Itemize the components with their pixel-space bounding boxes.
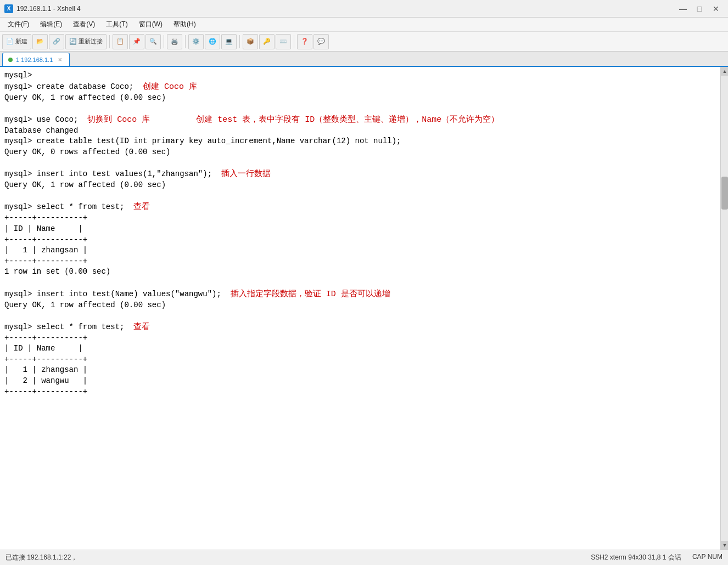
find-icon: 🔍: [149, 38, 157, 45]
terminal-rowcount: 1 row in set (0.00 sec): [4, 267, 716, 278]
key-button[interactable]: 🔑: [259, 34, 275, 49]
terminal-table-row: | 2 | wangwu |: [4, 376, 716, 387]
toolbar-separator-4: [239, 35, 240, 48]
terminal-table-row: | 1 | zhangsan |: [4, 245, 716, 256]
connect-button[interactable]: 🔗: [49, 34, 64, 49]
terminal-table-border: +-----+----------+: [4, 333, 716, 344]
toolbar-separator-1: [109, 35, 110, 48]
terminal-table-header: | ID | Name |: [4, 224, 716, 235]
terminal-table-border: +-----+----------+: [4, 387, 716, 398]
open-button[interactable]: 📂: [32, 34, 48, 49]
terminal-table-border: +-----+----------+: [4, 235, 716, 246]
paste-icon: 📌: [133, 38, 141, 45]
close-button[interactable]: ✕: [708, 3, 724, 15]
print-icon: 🖨️: [171, 38, 178, 45]
session-info: SSH2 xterm 94x30 31,8 1 会话: [591, 553, 681, 562]
scroll-down-button[interactable]: ▼: [721, 541, 728, 550]
terminal-table-border: +-----+----------+: [4, 213, 716, 224]
toolbar-separator-5: [294, 35, 294, 48]
title-bar: X 192.168.1.1 - Xshell 4 — □ ✕: [0, 0, 728, 18]
terminal-line: mysql> create table test(ID int primary …: [4, 136, 716, 147]
terminal-empty-line: [4, 310, 716, 321]
reconnect-button[interactable]: 🔄 重新连接: [65, 34, 107, 49]
find-button[interactable]: 🔍: [145, 34, 161, 49]
terminal-line: mysql> insert into test values(1,"zhangs…: [4, 168, 716, 180]
terminal-line: Database changed: [4, 126, 716, 137]
window-controls: — □ ✕: [675, 3, 724, 15]
status-bar: 已连接 192.168.1.1:22， SSH2 xterm 94x30 31,…: [0, 550, 728, 565]
connect-icon: 🔗: [53, 38, 60, 45]
scroll-up-button[interactable]: ▲: [721, 67, 728, 76]
window-title: 192.168.1.1 - Xshell 4: [16, 5, 81, 13]
menu-edit[interactable]: 编辑(E): [35, 19, 68, 30]
connection-status-dot: [8, 58, 13, 62]
chat-button[interactable]: 💬: [313, 34, 329, 49]
menu-view[interactable]: 查看(V): [68, 19, 100, 30]
terminal-line: mysql> insert into test(Name) values("wa…: [4, 289, 716, 300]
terminal-table-row: | 1 | zhangsan |: [4, 365, 716, 376]
reconnect-icon: 🔄: [69, 38, 77, 45]
terminal-button[interactable]: 💻: [221, 34, 237, 49]
copy-button[interactable]: 📋: [113, 34, 128, 49]
chat-icon: 💬: [317, 38, 325, 45]
status-right: SSH2 xterm 94x30 31,8 1 会话 CAP NUM: [591, 553, 723, 562]
maximize-button[interactable]: □: [692, 3, 707, 15]
tab-close-button[interactable]: ×: [56, 56, 64, 64]
vertical-scrollbar[interactable]: ▲ ▼: [720, 67, 728, 550]
terminal-line: Query OK, 1 row affected (0.00 sec): [4, 93, 716, 104]
terminal-line: mysql> select * from test; 查看: [4, 321, 716, 333]
transfer-button[interactable]: 📦: [243, 34, 258, 49]
terminal-table-header: | ID | Name |: [4, 343, 716, 354]
menu-help[interactable]: 帮助(H): [168, 19, 201, 30]
terminal-line: Query OK, 0 rows affected (0.00 sec): [4, 147, 716, 158]
terminal-line: Query OK, 1 row affected (0.00 sec): [4, 180, 716, 191]
terminal-empty-line: [4, 191, 716, 202]
copy-icon: 📋: [116, 38, 124, 45]
settings-icon: ⚙️: [192, 38, 200, 45]
scroll-thumb[interactable]: [721, 177, 728, 210]
print-button[interactable]: 🖨️: [167, 34, 182, 49]
connection-status: 已连接 192.168.1.1:22，: [5, 553, 77, 562]
globe-button[interactable]: 🌐: [205, 34, 220, 49]
transfer-icon: 📦: [247, 38, 254, 45]
paste-button[interactable]: 📌: [129, 34, 144, 49]
app-icon: X: [4, 4, 13, 13]
terminal-line: mysql>: [4, 70, 716, 81]
toolbar: 📄 新建 📂 🔗 🔄 重新连接 📋 📌 🔍 🖨️ ⚙️ 🌐 💻 📦 🔑 ⌨️: [0, 32, 728, 52]
folder-icon: 📂: [36, 38, 44, 45]
toolbar-separator-2: [164, 35, 164, 48]
menu-file[interactable]: 文件(F): [2, 19, 35, 30]
keyboard-icon: ⌨️: [279, 38, 287, 45]
terminal-wrapper: mysql> mysql> create database Coco; 创建 C…: [0, 67, 728, 550]
terminal-line: Query OK, 1 row affected (0.00 sec): [4, 300, 716, 311]
tab-bar: 1 192.168.1.1 ×: [0, 52, 728, 67]
terminal-table-border: +-----+----------+: [4, 256, 716, 267]
keyboard-status: CAP NUM: [692, 553, 723, 562]
globe-icon: 🌐: [209, 38, 216, 45]
keyboard-button[interactable]: ⌨️: [276, 34, 291, 49]
menu-bar: 文件(F) 编辑(E) 查看(V) 工具(T) 窗口(W) 帮助(H): [0, 18, 728, 32]
menu-window[interactable]: 窗口(W): [133, 19, 168, 30]
new-icon: 📄: [6, 38, 14, 45]
toolbar-separator-3: [185, 35, 186, 48]
tab-label: 1 192.168.1.1: [16, 56, 53, 63]
terminal-empty-line: [4, 278, 716, 289]
terminal-table-border: +-----+----------+: [4, 354, 716, 365]
settings-button[interactable]: ⚙️: [188, 34, 204, 49]
menu-tools[interactable]: 工具(T): [100, 19, 133, 30]
terminal-line: mysql> create database Coco; 创建 Coco 库: [4, 81, 716, 93]
terminal-line: mysql> select * from test; 查看: [4, 201, 716, 213]
terminal-empty-line: [4, 103, 716, 114]
new-button[interactable]: 📄 新建: [2, 34, 31, 49]
terminal-line: mysql> use Coco; 切换到 Coco 库 创建 test 表，表中…: [4, 114, 716, 126]
terminal[interactable]: mysql> mysql> create database Coco; 创建 C…: [0, 67, 720, 550]
key-icon: 🔑: [263, 38, 271, 45]
session-tab[interactable]: 1 192.168.1.1 ×: [2, 53, 70, 66]
terminal-icon: 💻: [225, 38, 233, 45]
help-icon: ❓: [301, 38, 309, 45]
terminal-empty-line: [4, 158, 716, 169]
minimize-button[interactable]: —: [675, 3, 691, 15]
help-button[interactable]: ❓: [297, 34, 312, 49]
